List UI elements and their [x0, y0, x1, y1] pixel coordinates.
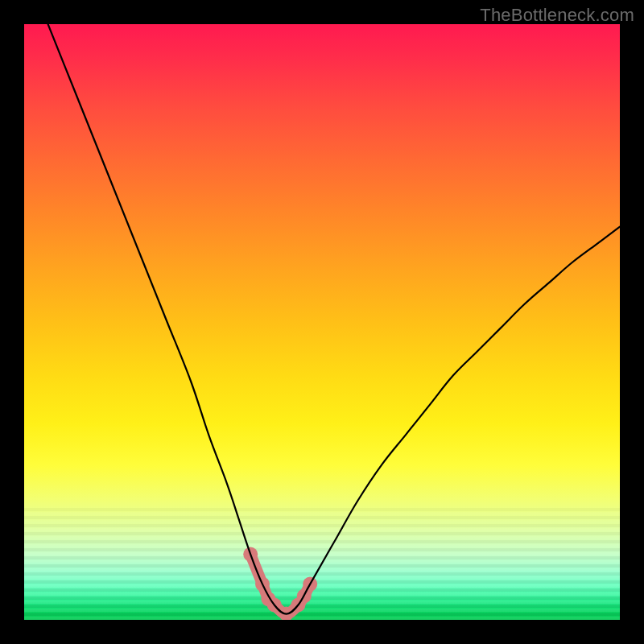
plot-area	[24, 24, 620, 620]
chart-frame: TheBottleneck.com	[0, 0, 644, 644]
curve-layer	[24, 24, 620, 620]
bottleneck-curve	[48, 24, 620, 614]
watermark-text: TheBottleneck.com	[480, 5, 634, 26]
valley-marker-group	[243, 547, 317, 620]
